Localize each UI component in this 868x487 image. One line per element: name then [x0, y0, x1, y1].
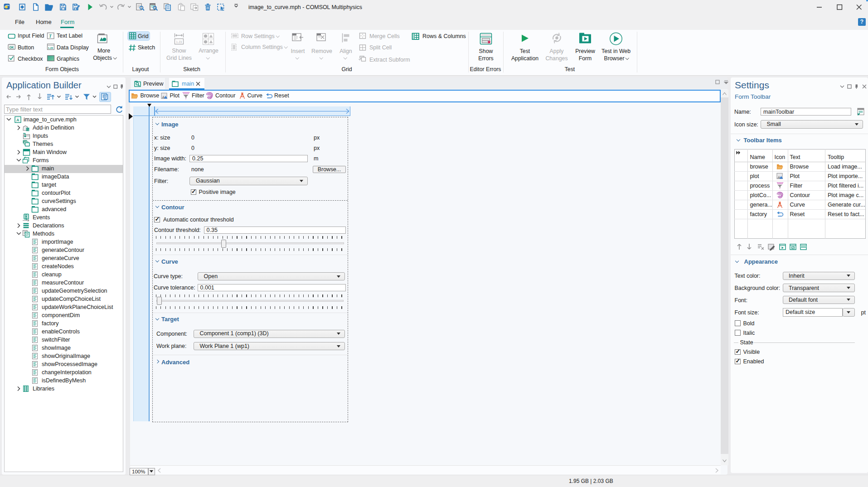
- svg-text:OK: OK: [10, 46, 14, 49]
- svg-text:A: A: [16, 118, 19, 122]
- svg-text:1.23: 1.23: [48, 47, 53, 49]
- svg-text:image_to_curve.mph - COMSOL Mu: image_to_curve.mph - COMSOL Multiphysics: [248, 4, 362, 10]
- svg-text:1.23: 1.23: [176, 40, 182, 43]
